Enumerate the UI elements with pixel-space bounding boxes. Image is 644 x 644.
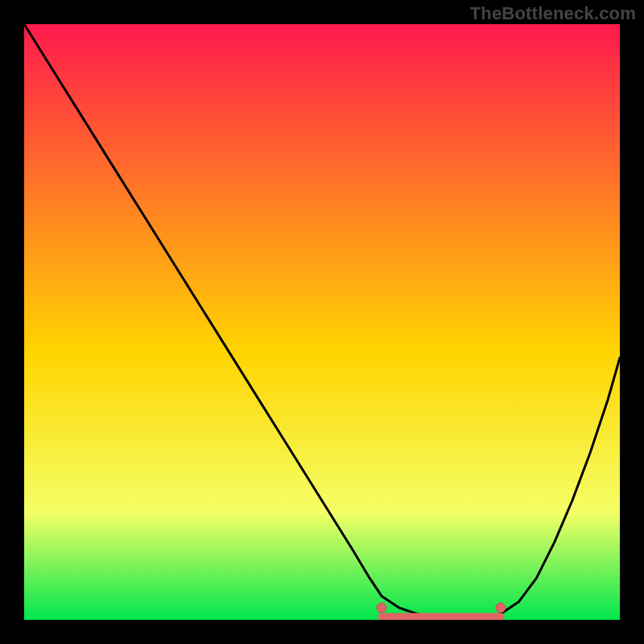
- plot-svg: [24, 24, 620, 620]
- optimal-range-end-marker: [496, 603, 506, 613]
- watermark-text: TheBottleneck.com: [470, 3, 636, 24]
- plot-area: [24, 24, 620, 620]
- gradient-bg: [24, 24, 620, 620]
- optimal-range-start-marker: [377, 603, 386, 613]
- chart-frame: TheBottleneck.com: [0, 0, 644, 644]
